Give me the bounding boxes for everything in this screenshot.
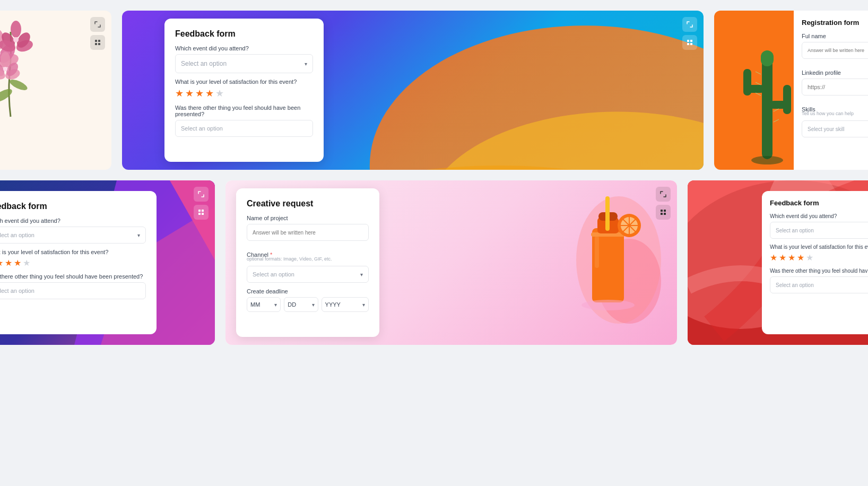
bl-q1-section: Which event did you attend? Select an op… [0, 218, 146, 244]
svg-rect-53 [198, 213, 201, 215]
star-4[interactable]: ★ [205, 88, 214, 99]
svg-rect-0 [95, 40, 97, 42]
feedback-form-panel: Feedback form Which event did you attend… [164, 19, 324, 162]
expand-icon-4[interactable] [194, 187, 209, 202]
bl-q2-label: What is your level of satisfaction for t… [0, 249, 146, 255]
deadline-label: Create deadline [247, 288, 369, 294]
br-q3-select[interactable]: Select an option [770, 276, 868, 293]
channel-section: Channel optional formats: Image, Video, … [247, 251, 369, 283]
star-2[interactable]: ★ [185, 88, 194, 99]
svg-rect-36 [761, 50, 774, 66]
bl-q1-label: Which event did you attend? [0, 218, 146, 224]
br-stars[interactable]: ★ ★ ★ ★ ★ [770, 253, 868, 263]
q3-select[interactable]: Select an option [175, 120, 313, 137]
feedback-br-title: Feedback form [770, 199, 868, 207]
stars-rating[interactable]: ★ ★ ★ ★ ★ [175, 88, 313, 99]
svg-rect-52 [202, 210, 204, 212]
bl-q1-select[interactable]: Select an option ▾ [0, 227, 146, 244]
svg-rect-27 [687, 40, 689, 42]
card2-icons [682, 17, 697, 50]
svg-rect-3 [98, 43, 100, 45]
top-row: Feedback form Which event did you attend… [11, 11, 857, 170]
bl-star-3[interactable]: ★ [5, 258, 12, 268]
bl-q3-section: Was there other thing you feel should ha… [0, 273, 146, 299]
br-q1-placeholder: Select an option [776, 228, 814, 233]
feedback-bl-panel: Feedback form Which event did you attend… [0, 191, 157, 334]
star-5[interactable]: ★ [215, 88, 224, 99]
svg-rect-68 [661, 213, 663, 215]
grid-icon-4[interactable] [194, 205, 209, 220]
grid-icon-5[interactable] [656, 205, 671, 220]
name-section: Ful name [802, 33, 868, 64]
card1-icons [90, 17, 105, 50]
card-creative: Creative request Name of project Channel… [225, 180, 677, 345]
card5-icons [656, 187, 671, 220]
year-placeholder: YYYY [325, 301, 341, 308]
svg-rect-1 [98, 40, 100, 42]
svg-line-40 [756, 93, 761, 96]
q1-label: Which event did you attend? [175, 45, 313, 51]
reg-form-title: Registration form [802, 19, 868, 27]
feedback-form-title: Feedback form [175, 29, 313, 39]
grid-icon[interactable] [90, 35, 105, 50]
linkedin-input[interactable] [802, 79, 868, 96]
svg-rect-29 [687, 43, 689, 45]
bl-star-5[interactable]: ★ [23, 258, 30, 268]
bl-q3-select[interactable]: Select an option [0, 282, 146, 299]
linkedin-label: Linkedin profile [802, 70, 868, 76]
card-registration: Registration form Ful name Linkedin prof… [714, 11, 868, 170]
expand-icon[interactable] [90, 17, 105, 32]
q2-section: What is your level of satisfaction for t… [175, 79, 313, 99]
month-select[interactable]: MM ▾ [247, 297, 281, 312]
bl-star-2[interactable]: ★ [0, 258, 3, 268]
grid-icon-2[interactable] [682, 35, 697, 50]
bl-stars[interactable]: ★ ★ ★ ★ ★ [0, 258, 146, 268]
q1-placeholder: Select an option [181, 60, 227, 67]
deadline-section: Create deadline MM ▾ DD ▾ YYYY ▾ [247, 288, 369, 312]
year-select[interactable]: YYYY ▾ [322, 297, 369, 312]
project-name-section: Name of project [247, 215, 369, 246]
br-star-5[interactable]: ★ [806, 253, 813, 263]
card-feedback-main: Feedback form Which event did you attend… [122, 11, 704, 170]
skills-select[interactable]: Select your skill ▾ [802, 120, 868, 137]
project-name-input[interactable] [247, 224, 369, 241]
svg-point-37 [751, 156, 783, 164]
br-star-3[interactable]: ★ [788, 253, 795, 263]
creative-panel: Creative request Name of project Channel… [236, 188, 379, 337]
main-wrapper: Feedback form Which event did you attend… [0, 0, 868, 486]
br-q3-placeholder: Select an option [776, 282, 814, 288]
svg-point-12 [11, 21, 21, 38]
card-feedback-bl: Feedback form Which event did you attend… [0, 180, 215, 345]
star-3[interactable]: ★ [195, 88, 204, 99]
star-1[interactable]: ★ [175, 88, 184, 99]
br-star-4[interactable]: ★ [797, 253, 804, 263]
br-star-2[interactable]: ★ [779, 253, 786, 263]
day-chevron: ▾ [312, 302, 315, 308]
bl-star-4[interactable]: ★ [14, 258, 21, 268]
card-orchid [0, 11, 111, 170]
svg-rect-2 [95, 43, 97, 45]
bl-q1-placeholder: Select an option [0, 232, 34, 238]
br-star-1[interactable]: ★ [770, 253, 777, 263]
br-q2-section: What is your level of satisfaction for t… [770, 244, 868, 263]
bl-q1-chevron: ▾ [137, 232, 140, 238]
expand-icon-5[interactable] [656, 187, 671, 202]
channel-select[interactable]: Select an option ▾ [247, 266, 369, 283]
year-chevron: ▾ [362, 302, 365, 308]
q1-chevron: ▾ [305, 61, 307, 67]
day-select[interactable]: DD ▾ [284, 297, 318, 312]
svg-point-18 [1, 52, 10, 67]
expand-icon-2[interactable] [682, 17, 697, 32]
q1-select[interactable]: Select an option ▾ [175, 54, 313, 73]
bottom-row: Feedback form Which event did you attend… [11, 180, 857, 345]
svg-point-4 [0, 86, 14, 105]
svg-point-23 [3, 67, 7, 71]
day-placeholder: DD [288, 301, 296, 308]
date-row: MM ▾ DD ▾ YYYY ▾ [247, 297, 369, 312]
br-q1-select[interactable]: Select an option [770, 222, 868, 239]
br-q1-label: Which event did you attend? [770, 213, 868, 219]
name-input[interactable] [802, 42, 868, 59]
name-label: Ful name [802, 33, 868, 39]
svg-line-41 [774, 109, 779, 111]
registration-panel: Registration form Ful name Linkedin prof… [794, 11, 868, 170]
